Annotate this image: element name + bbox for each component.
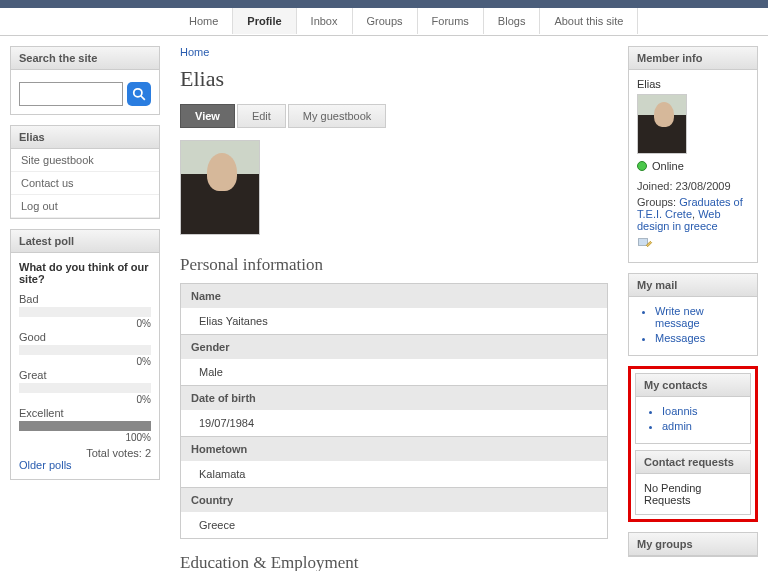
mail-link-write-new-message[interactable]: Write new message (655, 305, 704, 329)
edit-icon[interactable] (637, 236, 653, 252)
my-groups-panel: My groups (628, 532, 758, 557)
groups-line: Groups: Graduates of T.E.I. Crete, Web d… (637, 196, 749, 232)
tab-view[interactable]: View (180, 104, 235, 128)
my-groups-header: My groups (629, 533, 757, 556)
poll-panel: Latest poll What do you think of our sit… (10, 229, 160, 480)
poll-question: What do you think of our site? (19, 261, 151, 285)
poll-total: Total votes: 2 (19, 447, 151, 459)
section-personal: Personal information (180, 255, 608, 275)
my-mail-header: My mail (629, 274, 757, 297)
mail-link-messages[interactable]: Messages (655, 332, 705, 344)
search-header: Search the site (11, 47, 159, 70)
tab-edit[interactable]: Edit (237, 104, 286, 128)
joined-line: Joined: 23/08/2009 (637, 180, 749, 192)
sidebar-link-log-out[interactable]: Log out (11, 195, 159, 218)
poll-option: Bad0% (19, 293, 151, 329)
search-panel: Search the site (10, 46, 160, 115)
tab-my-guestbook[interactable]: My guestbook (288, 104, 386, 128)
nav-about-this-site[interactable]: About this site (540, 8, 637, 34)
info-value: Male (181, 359, 607, 385)
info-header: Gender (181, 334, 607, 359)
breadcrumb[interactable]: Home (180, 46, 209, 58)
status-text: Online (652, 160, 684, 172)
contact-requests-panel: Contact requests No Pending Requests (635, 450, 751, 515)
member-name: Elias (637, 78, 749, 90)
info-value: 19/07/1984 (181, 410, 607, 436)
requests-text: No Pending Requests (636, 474, 750, 514)
sidebar-link-contact-us[interactable]: Contact us (11, 172, 159, 195)
contact-requests-header: Contact requests (636, 451, 750, 474)
avatar (180, 140, 260, 235)
online-icon (637, 161, 647, 171)
contacts-highlight: My contacts Ioannisadmin Contact request… (628, 366, 758, 522)
nav-groups[interactable]: Groups (353, 8, 417, 34)
info-value: Elias Yaitanes (181, 308, 607, 334)
poll-option: Good0% (19, 331, 151, 367)
search-button[interactable] (127, 82, 151, 106)
personal-info-table: NameElias YaitanesGenderMaleDate of birt… (180, 283, 608, 539)
svg-line-1 (141, 96, 145, 100)
search-input[interactable] (19, 82, 123, 106)
info-header: Date of birth (181, 385, 607, 410)
info-value: Greece (181, 512, 607, 538)
section-education: Education & Employment (180, 553, 608, 571)
poll-option: Excellent100% (19, 407, 151, 443)
info-header: Country (181, 487, 607, 512)
member-info-panel: Member info Elias Online Joined: 23/08/2… (628, 46, 758, 263)
nav-forums[interactable]: Forums (418, 8, 483, 34)
main-nav: HomeProfileInboxGroupsForumsBlogsAbout t… (0, 8, 768, 36)
sidebar-link-site-guestbook[interactable]: Site guestbook (11, 149, 159, 172)
nav-inbox[interactable]: Inbox (297, 8, 352, 34)
svg-rect-2 (638, 239, 647, 246)
nav-profile[interactable]: Profile (233, 8, 295, 34)
user-panel-header: Elias (11, 126, 159, 149)
my-contacts-header: My contacts (636, 374, 750, 397)
svg-point-0 (134, 89, 142, 97)
member-info-header: Member info (629, 47, 757, 70)
nav-home[interactable]: Home (175, 8, 232, 34)
info-header: Name (181, 284, 607, 308)
nav-blogs[interactable]: Blogs (484, 8, 540, 34)
avatar-small (637, 94, 687, 154)
info-header: Hometown (181, 436, 607, 461)
search-icon (132, 87, 146, 101)
my-contacts-panel: My contacts Ioannisadmin (635, 373, 751, 444)
user-panel: Elias Site guestbookContact usLog out (10, 125, 160, 219)
info-value: Kalamata (181, 461, 607, 487)
poll-option: Great0% (19, 369, 151, 405)
contact-link[interactable]: admin (662, 420, 692, 432)
profile-tabs: ViewEditMy guestbook (180, 104, 608, 128)
poll-header: Latest poll (11, 230, 159, 253)
contact-link[interactable]: Ioannis (662, 405, 697, 417)
my-mail-panel: My mail Write new messageMessages (628, 273, 758, 356)
page-title: Elias (180, 66, 608, 92)
older-polls-link[interactable]: Older polls (19, 459, 72, 471)
